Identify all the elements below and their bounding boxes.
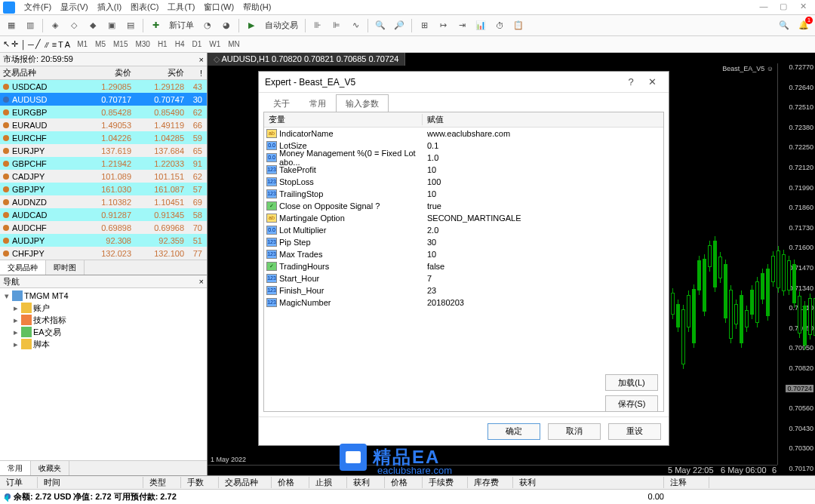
line-chart-icon[interactable]: ∿ bbox=[347, 17, 364, 34]
param-row[interactable]: 123TrailingStop10 bbox=[264, 188, 663, 200]
term-col[interactable]: 时间 bbox=[38, 477, 143, 488]
mw-row-chfjpy[interactable]: CHFJPY132.023132.10077 bbox=[0, 247, 207, 260]
term-col[interactable]: 库存费 bbox=[468, 477, 513, 488]
mw-row-cadjpy[interactable]: CADJPY101.089101.15162 bbox=[0, 170, 207, 183]
mw-tab-symbols[interactable]: 交易品种 bbox=[0, 260, 46, 275]
term-col[interactable]: 手数 bbox=[181, 477, 219, 488]
zoom-out-icon[interactable]: 🔎 bbox=[391, 17, 408, 34]
nav-item-3[interactable]: ▸脚本 bbox=[2, 338, 205, 350]
reset-button[interactable]: 重设 bbox=[608, 423, 661, 440]
term-col[interactable]: 注释 bbox=[664, 477, 709, 488]
dialog-close-icon[interactable]: ✕ bbox=[641, 76, 663, 88]
param-row[interactable]: 0.0Money Management %(0 = Fixed Lot abo.… bbox=[264, 152, 663, 164]
timeframe-m30[interactable]: M30 bbox=[131, 38, 153, 50]
mw-tab-ticks[interactable]: 即时图 bbox=[46, 260, 85, 275]
nav-root[interactable]: ▾ TMGM MT4 bbox=[2, 290, 205, 302]
signals-icon[interactable]: ◕ bbox=[218, 17, 235, 34]
mw-row-usdcad[interactable]: USDCAD1.290851.2912843 bbox=[0, 80, 207, 93]
meta-icon[interactable]: ◔ bbox=[199, 17, 216, 34]
mw-row-gbpchf[interactable]: GBPCHF1.219421.2203391 bbox=[0, 157, 207, 170]
mw-row-euraud[interactable]: EURAUD1.490531.4911966 bbox=[0, 118, 207, 131]
terminal-icon[interactable]: ▣ bbox=[103, 17, 120, 34]
autotrade-icon[interactable]: ▶ bbox=[243, 17, 260, 34]
market-watch-icon[interactable]: ◈ bbox=[47, 17, 63, 34]
param-row[interactable]: 123MagicNumber20180203 bbox=[264, 297, 663, 309]
menu-chart[interactable]: 图表(C) bbox=[126, 2, 163, 13]
menu-tools[interactable]: 工具(T) bbox=[163, 2, 199, 13]
dialog-tab-inputs[interactable]: 输入参数 bbox=[336, 94, 389, 112]
timeframe-mn[interactable]: MN bbox=[224, 38, 244, 50]
nav-item-1[interactable]: ▸技术指标 bbox=[2, 314, 205, 326]
hline-icon[interactable]: ─ bbox=[28, 40, 34, 49]
mw-row-eurgbp[interactable]: EURGBP0.854280.8549062 bbox=[0, 106, 207, 118]
periods-icon[interactable]: ⏱ bbox=[491, 17, 508, 34]
dialog-tab-common[interactable]: 常用 bbox=[300, 94, 336, 112]
term-col[interactable]: 手续费 bbox=[423, 477, 468, 488]
param-row[interactable]: 0.0Lot Multiplier2.0 bbox=[264, 224, 663, 236]
timeframe-m1[interactable]: M1 bbox=[73, 38, 91, 50]
mw-row-audchf[interactable]: AUDCHF0.698980.6996870 bbox=[0, 221, 207, 234]
dialog-tab-about[interactable]: 关于 bbox=[263, 94, 300, 112]
term-col[interactable]: 交易品种 bbox=[219, 477, 272, 488]
save-button[interactable]: 保存(S) bbox=[605, 395, 658, 412]
cancel-button[interactable]: 取消 bbox=[548, 423, 601, 440]
close-icon[interactable]: ✕ bbox=[794, 2, 812, 14]
menu-view[interactable]: 显示(V) bbox=[56, 2, 93, 13]
param-row[interactable]: 123Start_Hour7 bbox=[264, 272, 663, 284]
mw-row-eurjpy[interactable]: EURJPY137.619137.68465 bbox=[0, 144, 207, 157]
term-col[interactable]: 价格 bbox=[385, 477, 423, 488]
menu-help[interactable]: 帮助(H) bbox=[238, 2, 275, 13]
param-row[interactable]: ✓Close on Opposite Signal ?true bbox=[264, 200, 663, 212]
market-watch-close-icon[interactable]: × bbox=[199, 55, 204, 64]
param-row[interactable]: abMartingale OptionSECOND_MARTINGALE bbox=[264, 212, 663, 224]
term-col[interactable]: 订单 bbox=[0, 477, 38, 488]
menu-insert[interactable]: 插入(I) bbox=[93, 2, 126, 13]
term-col[interactable]: 获利 bbox=[347, 477, 385, 488]
strategy-tester-icon[interactable]: ▤ bbox=[122, 17, 139, 34]
trendline-icon[interactable]: ╱ bbox=[35, 39, 41, 49]
vline-icon[interactable]: │ bbox=[21, 40, 26, 49]
nav-tab-common[interactable]: 常用 bbox=[0, 461, 31, 475]
mw-row-audnzd[interactable]: AUDNZD1.103821.1045169 bbox=[0, 195, 207, 208]
navigator-close-icon[interactable]: × bbox=[199, 277, 204, 286]
param-row[interactable]: 123TakeProfit10 bbox=[264, 164, 663, 176]
cursor-icon[interactable]: ↖ bbox=[3, 39, 10, 49]
timeframe-h4[interactable]: H4 bbox=[171, 38, 189, 50]
mw-row-audcad[interactable]: AUDCAD0.912870.9134558 bbox=[0, 208, 207, 221]
navigator-icon[interactable]: ◆ bbox=[85, 17, 101, 34]
new-chart-icon[interactable]: ▦ bbox=[3, 17, 20, 34]
nav-tab-favorites[interactable]: 收藏夹 bbox=[31, 461, 69, 475]
param-row[interactable]: ✓TradingHoursfalse bbox=[264, 260, 663, 272]
mw-row-audjpy[interactable]: AUDJPY92.30892.35951 bbox=[0, 234, 207, 247]
autotrade-button[interactable]: 自动交易 bbox=[262, 20, 301, 31]
param-row[interactable]: 123Max Trades10 bbox=[264, 248, 663, 260]
text-icon[interactable]: T bbox=[58, 40, 63, 49]
term-col[interactable]: 止损 bbox=[309, 477, 347, 488]
param-row[interactable]: 123StopLoss100 bbox=[264, 176, 663, 188]
minimize-icon[interactable]: — bbox=[755, 2, 773, 14]
indicators-icon[interactable]: 📊 bbox=[472, 17, 489, 34]
timeframe-h1[interactable]: H1 bbox=[154, 38, 171, 50]
menu-window[interactable]: 窗口(W) bbox=[199, 2, 238, 13]
candle-chart-icon[interactable]: ⊫ bbox=[328, 17, 345, 34]
fibo-icon[interactable]: ≡ bbox=[52, 40, 57, 49]
nav-item-0[interactable]: ▸账户 bbox=[2, 302, 205, 314]
channel-icon[interactable]: ⫽ bbox=[42, 40, 51, 49]
label-icon[interactable]: A bbox=[65, 40, 70, 49]
search-icon[interactable]: 🔍 bbox=[776, 17, 792, 34]
timeframe-m15[interactable]: M15 bbox=[109, 38, 131, 50]
term-col[interactable]: 价格 bbox=[272, 477, 309, 488]
scroll-icon[interactable]: ⇥ bbox=[454, 17, 470, 34]
timeframe-m5[interactable]: M5 bbox=[91, 38, 109, 50]
crosshair-icon[interactable]: ✛ bbox=[11, 39, 18, 49]
load-button[interactable]: 加载(L) bbox=[605, 374, 658, 391]
scroll-left-icon[interactable]: ⏴ bbox=[2, 491, 12, 503]
timeframe-d1[interactable]: D1 bbox=[188, 38, 205, 50]
mw-row-gbpjpy[interactable]: GBPJPY161.030161.08757 bbox=[0, 183, 207, 195]
term-col[interactable]: 类型 bbox=[143, 477, 181, 488]
zoom-in-icon[interactable]: 🔍 bbox=[372, 17, 389, 34]
new-order-icon[interactable]: ✚ bbox=[147, 17, 164, 34]
param-row[interactable]: 123Pip Step30 bbox=[264, 236, 663, 248]
new-order-button[interactable]: 新订单 bbox=[166, 20, 197, 31]
bar-chart-icon[interactable]: ⊪ bbox=[309, 17, 326, 34]
